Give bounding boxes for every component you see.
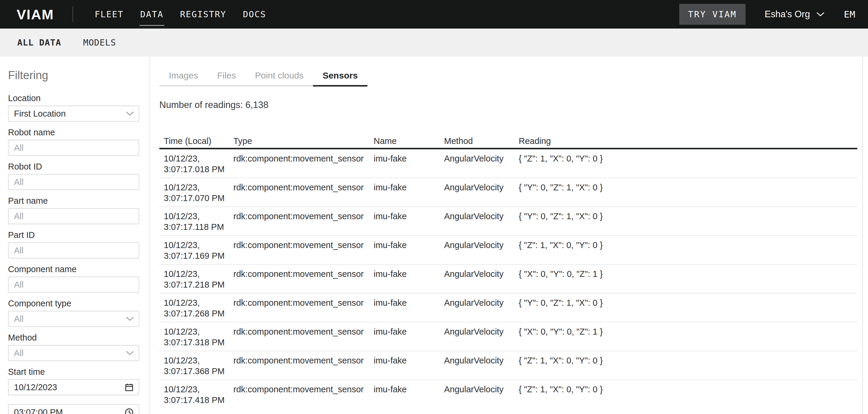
field-component-name: Component name [8, 264, 139, 293]
nav-right: TRY VIAM Esha's Org EM [679, 4, 856, 25]
calendar-icon[interactable] [125, 383, 134, 392]
location-select-value: First Location [14, 109, 126, 119]
cell-time: 10/12/23, 3:07:17.118 PM [159, 207, 234, 236]
table-row: 10/12/23, 3:07:17.169 PM rdk:component:m… [159, 236, 857, 264]
nav-link-docs[interactable]: DOCS [242, 9, 267, 19]
nav-divider [72, 6, 73, 22]
column-header-reading: Reading [519, 136, 857, 149]
field-robot-name: Robot name [8, 127, 139, 156]
cell-name: imu-fake [374, 207, 444, 236]
table-row: 10/12/23, 3:07:17.368 PM rdk:component:m… [159, 351, 857, 380]
robot-name-label: Robot name [8, 127, 139, 138]
clock-icon[interactable] [125, 408, 134, 414]
user-avatar[interactable]: EM [844, 9, 856, 20]
cell-type: rdk:component:movement_sensor [234, 149, 374, 178]
tab-models[interactable]: MODELS [83, 37, 116, 48]
component-name-input[interactable] [8, 276, 139, 293]
location-label: Location [8, 93, 139, 103]
nav-link-fleet[interactable]: FLEET [94, 9, 125, 19]
component-type-select[interactable]: All [8, 311, 139, 327]
robot-id-label: Robot ID [8, 161, 139, 172]
field-robot-id: Robot ID [8, 161, 139, 190]
method-select[interactable]: All [8, 345, 139, 361]
cell-reading: { "X": 0, "Y": 0, "Z": 1 } [519, 322, 857, 351]
cell-name: imu-fake [374, 264, 444, 293]
tab-images[interactable]: Images [159, 70, 208, 85]
cell-type: rdk:component:movement_sensor [234, 380, 374, 408]
tab-point-clouds[interactable]: Point clouds [246, 70, 313, 85]
cell-type: rdk:component:movement_sensor [234, 293, 374, 322]
page-scrollbar[interactable] [862, 57, 868, 414]
cell-type: rdk:component:movement_sensor [234, 236, 374, 264]
cell-method: AngularVelocity [444, 236, 519, 264]
tab-sensors[interactable]: Sensors [313, 70, 367, 85]
cell-method: AngularVelocity [444, 322, 519, 351]
start-date-input[interactable]: 10/12/2023 [8, 379, 139, 395]
cell-reading: { "Y": 0, "Z": 1, "X": 0 } [519, 178, 857, 207]
cell-time: 10/12/23, 3:07:17.218 PM [159, 264, 234, 293]
column-header-type: Type [234, 136, 374, 149]
part-id-input[interactable] [8, 242, 139, 259]
cell-name: imu-fake [374, 380, 444, 408]
top-nav: VIAM FLEET DATA REGISTRY DOCS TRY VIAM E… [0, 0, 868, 29]
cell-reading: { "Z": 1, "X": 0, "Y": 0 } [519, 380, 857, 408]
viam-logo[interactable]: VIAM [17, 6, 54, 23]
robot-id-input[interactable] [8, 174, 139, 190]
cell-time: 10/12/23, 3:07:17.318 PM [159, 322, 234, 351]
org-name: Esha's Org [765, 9, 810, 20]
component-name-label: Component name [8, 264, 139, 274]
cell-type: rdk:component:movement_sensor [234, 207, 374, 236]
table-row: 10/12/23, 3:07:17.118 PM rdk:component:m… [159, 207, 857, 236]
tab-files[interactable]: Files [208, 70, 245, 85]
field-part-name: Part name [8, 196, 139, 224]
readings-count: Number of readings: 6,138 [159, 99, 868, 111]
cell-name: imu-fake [374, 178, 444, 207]
tab-all-data[interactable]: ALL DATA [17, 37, 61, 48]
cell-time: 10/12/23, 3:07:17.418 PM [159, 380, 234, 408]
robot-name-input[interactable] [8, 140, 139, 156]
cell-type: rdk:component:movement_sensor [234, 178, 374, 207]
column-header-method: Method [444, 136, 519, 149]
method-select-value: All [14, 348, 126, 358]
cell-time: 10/12/23, 3:07:17.169 PM [159, 236, 234, 264]
cell-reading: { "Y": 0, "Z": 1, "X": 0 } [519, 207, 857, 236]
sidebar-title: Filtering [8, 68, 139, 82]
table-row: 10/12/23, 3:07:17.318 PM rdk:component:m… [159, 322, 857, 351]
field-component-type: Component type All [8, 298, 139, 327]
location-select[interactable]: First Location [8, 106, 139, 122]
start-time-label: Start time [8, 367, 139, 377]
cell-method: AngularVelocity [444, 149, 519, 178]
cell-type: rdk:component:movement_sensor [234, 351, 374, 380]
nav-link-data[interactable]: DATA [140, 9, 164, 19]
method-label: Method [8, 332, 139, 343]
field-location: Location First Location [8, 93, 139, 122]
start-time-value: 03:07:00 PM [14, 408, 63, 414]
table-row: 10/12/23, 3:07:17.418 PM rdk:component:m… [159, 380, 857, 408]
cell-name: imu-fake [374, 351, 444, 380]
cell-method: AngularVelocity [444, 264, 519, 293]
part-name-input[interactable] [8, 208, 139, 224]
cell-name: imu-fake [374, 149, 444, 178]
cell-method: AngularVelocity [444, 178, 519, 207]
part-id-label: Part ID [8, 230, 139, 240]
cell-time: 10/12/23, 3:07:17.018 PM [159, 149, 234, 178]
field-method: Method All [8, 332, 139, 361]
chevron-down-icon [816, 12, 824, 17]
cell-name: imu-fake [374, 293, 444, 322]
part-name-label: Part name [8, 196, 139, 206]
cell-reading: { "Z": 1, "X": 0, "Y": 0 } [519, 236, 857, 264]
sensor-readings-table: Time (Local) Type Name Method Reading 10… [159, 136, 857, 408]
cell-reading: { "Z": 1, "X": 0, "Y": 0 } [519, 351, 857, 380]
sensor-table-body: 10/12/23, 3:07:17.018 PM rdk:component:m… [159, 149, 857, 409]
field-part-id: Part ID [8, 230, 139, 259]
column-header-time: Time (Local) [159, 136, 234, 149]
try-viam-button[interactable]: TRY VIAM [679, 4, 746, 25]
data-type-tabs: Images Files Point clouds Sensors [159, 70, 367, 86]
org-switcher[interactable]: Esha's Org [765, 9, 824, 20]
cell-time: 10/12/23, 3:07:17.368 PM [159, 351, 234, 380]
sub-nav: ALL DATA MODELS [0, 29, 868, 57]
start-time-input[interactable]: 03:07:00 PM [8, 404, 139, 414]
field-start-time: Start time 10/12/2023 03:07:00 PM [8, 367, 139, 414]
nav-link-registry[interactable]: REGISTRY [179, 9, 227, 19]
cell-time: 10/12/23, 3:07:17.070 PM [159, 178, 234, 207]
